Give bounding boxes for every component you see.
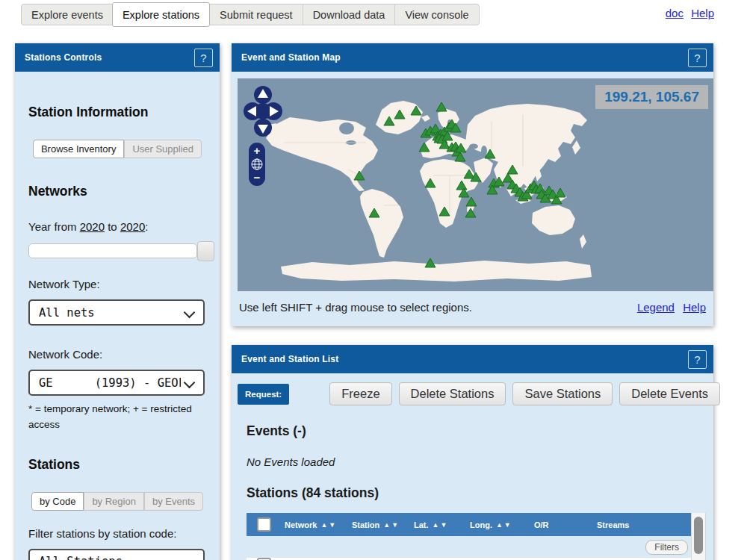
sort-icons[interactable]: ▲▼ (383, 521, 400, 529)
station-filter-label: Filter stations by station code: (28, 527, 206, 540)
column-header-long: Long. ▲▼ (470, 520, 512, 529)
column-header-lat: Lat. ▲▼ (414, 520, 470, 529)
sort-icons[interactable]: ▲▼ (496, 521, 512, 529)
column-label: Long. (470, 520, 492, 529)
panel-help-button[interactable]: ? (688, 350, 707, 369)
tab-view-console[interactable]: View console (394, 4, 478, 25)
column-label: O/R (534, 520, 549, 529)
world-map-svg: + − (238, 78, 713, 291)
scrollbar-thumb[interactable] (694, 517, 703, 554)
year-prefix: Year from (28, 220, 80, 233)
legend-link[interactable]: Legend (637, 301, 675, 314)
delete-events-button[interactable]: Delete Events (619, 382, 720, 405)
doc-link[interactable]: doc (666, 7, 684, 19)
sort-asc-icon[interactable]: ▲ (433, 521, 441, 529)
events-empty-text: No Events loaded (247, 455, 707, 468)
sort-desc-icon[interactable]: ▼ (391, 521, 400, 529)
column-header-or: O/R (512, 520, 597, 529)
sort-asc-icon[interactable]: ▲ (383, 521, 391, 529)
by-code-button[interactable]: by Code (31, 492, 84, 511)
network-note: * = temporary network; + = restricted ac… (28, 402, 208, 433)
station-information-heading: Station Information (28, 105, 206, 120)
stations-table: Network ▲▼ Station ▲▼ Lat. ▲▼ Long. ▲▼ O… (247, 513, 706, 560)
network-code-select[interactable]: GE (1993) - GEOFON (28, 370, 205, 396)
year-infix: to (105, 220, 120, 233)
sort-icons[interactable]: ▲▼ (433, 521, 449, 529)
sort-desc-icon[interactable]: ▼ (329, 521, 337, 529)
select-all-checkbox[interactable] (257, 517, 271, 532)
network-type-value: All nets (39, 306, 95, 320)
station-filter-value: All Stations (39, 555, 123, 560)
stations-controls-panel: Stations Controls ? Station Information … (15, 43, 220, 560)
column-header-network: Network ▲▼ (285, 520, 352, 529)
station-filter-select[interactable]: All Stations (28, 549, 205, 560)
by-region-button[interactable]: by Region (84, 492, 144, 511)
panel-title: Event and Station List (241, 354, 338, 364)
slider-handle[interactable] (197, 241, 214, 261)
zoom-in-icon[interactable]: + (254, 144, 261, 157)
year-to-link[interactable]: 2020 (120, 220, 145, 233)
year-range-label: Year from 2020 to 2020: (28, 220, 206, 233)
filters-button[interactable]: Filters (645, 540, 688, 555)
events-heading: Events (-) (247, 423, 707, 439)
network-type-label: Network Type: (28, 278, 206, 290)
year-from-link[interactable]: 2020 (80, 220, 105, 233)
help-link[interactable]: Help (691, 7, 714, 19)
tab-submit-request[interactable]: Submit request (209, 4, 303, 25)
panel-help-button[interactable]: ? (194, 49, 213, 67)
browse-inventory-button[interactable]: Browse Inventory (33, 140, 124, 158)
column-header-station: Station ▲▼ (352, 520, 414, 529)
network-code-label: Network Code: (28, 348, 206, 361)
map-links: Legend Help (632, 301, 706, 314)
mouse-coordinates-readout: 199.21, 105.67 (595, 85, 708, 109)
save-stations-button[interactable]: Save Stations (512, 382, 613, 405)
station-mode-toggle-group: by Code by Region by Events (28, 492, 206, 511)
column-label: Lat. (414, 520, 429, 529)
request-button[interactable]: Request: (238, 384, 289, 405)
sort-asc-icon[interactable]: ▲ (320, 521, 329, 529)
main-tab-bar: Explore events Explore stations Submit r… (21, 4, 480, 25)
map-panel-header: Event and Station Map ? (232, 43, 713, 72)
zoom-control[interactable]: + − (249, 143, 265, 186)
stations-table-header: Network ▲▼ Station ▲▼ Lat. ▲▼ Long. ▲▼ O… (247, 513, 691, 536)
tab-explore-events[interactable]: Explore events (22, 4, 113, 25)
stations-heading: Stations (28, 457, 206, 473)
zoom-out-icon[interactable]: − (254, 171, 261, 184)
list-action-buttons: Freeze Delete Stations Save Stations Del… (329, 382, 720, 405)
map-help-link[interactable]: Help (683, 301, 706, 314)
network-type-select[interactable]: All nets (28, 299, 205, 326)
column-label: Station (352, 520, 379, 529)
network-code-value: GE (1993) - GEOFON (39, 376, 181, 390)
tab-explore-stations[interactable]: Explore stations (112, 2, 210, 27)
user-supplied-button[interactable]: User Supplied (124, 140, 202, 158)
column-label: Network (285, 520, 317, 529)
panel-title: Event and Station Map (241, 52, 341, 63)
stations-controls-header: Stations Controls ? (15, 43, 220, 72)
map-hint-text: Use left SHIFT + drag mouse to select re… (239, 301, 472, 314)
year-suffix: : (145, 220, 148, 233)
sort-desc-icon[interactable]: ▼ (440, 521, 448, 529)
list-panel-header: Event and Station List ? (232, 345, 713, 373)
column-header-streams: Streams (597, 520, 691, 529)
event-station-list-panel: Event and Station List ? Request: Freeze… (232, 345, 713, 560)
networks-heading: Networks (28, 184, 206, 199)
delete-stations-button[interactable]: Delete Stations (399, 382, 506, 405)
tab-download-data[interactable]: Download data (303, 4, 395, 25)
sort-icons[interactable]: ▲▼ (320, 521, 337, 529)
panel-title: Stations Controls (25, 52, 102, 63)
by-events-button[interactable]: by Events (144, 492, 203, 511)
year-range-slider[interactable] (28, 243, 197, 258)
header-links: doc Help (661, 7, 714, 19)
panel-help-button[interactable]: ? (688, 49, 707, 67)
table-scrollbar[interactable] (691, 513, 706, 560)
inventory-toggle-group: Browse Inventory User Supplied (28, 140, 206, 158)
world-map[interactable]: + − 199.21, 105.67 (238, 78, 713, 291)
stations-list-heading: Stations (84 stations) (247, 485, 707, 501)
event-station-map-panel: Event and Station Map ? (232, 43, 713, 326)
freeze-button[interactable]: Freeze (329, 382, 391, 405)
sort-asc-icon[interactable]: ▲ (496, 521, 504, 529)
column-label: Streams (597, 520, 629, 529)
